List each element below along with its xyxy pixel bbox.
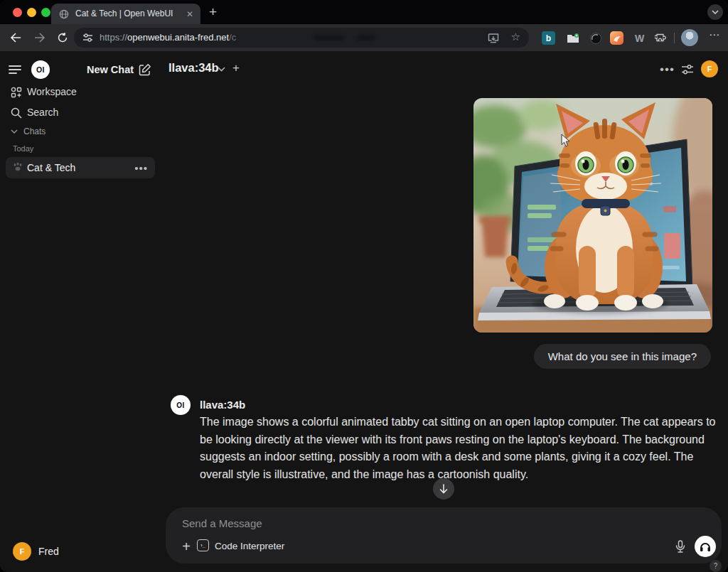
add-model-button[interactable]: + [232, 61, 240, 75]
extension-dark-circle-icon[interactable] [589, 31, 602, 45]
install-app-button[interactable] [486, 31, 500, 45]
new-chat-edit-button[interactable] [139, 63, 151, 79]
puzzle-icon [655, 32, 667, 44]
url-host: openwebui.anita-fred.net [127, 32, 229, 43]
sliders-icon [681, 64, 694, 75]
extension-bitwarden-icon[interactable]: b [542, 31, 555, 45]
workspace-label: Workspace [27, 86, 77, 97]
extensions-puzzle-button[interactable] [654, 31, 668, 45]
forward-button[interactable] [33, 31, 47, 45]
hamburger-icon [9, 65, 21, 75]
scroll-to-bottom-button[interactable] [433, 478, 454, 500]
chat-title: Cat & Tech [27, 157, 75, 178]
new-chat-button[interactable]: OI New Chat [31, 60, 156, 80]
chat-menu-button[interactable]: ••• [134, 162, 148, 174]
chevron-down-icon [712, 10, 719, 14]
tab-title: Cat & Tech | Open WebUI [75, 4, 173, 24]
url-redaction-blur [314, 35, 344, 41]
chat-list-item[interactable]: Cat & Tech ••• [6, 157, 155, 178]
chats-section-header[interactable]: Chats [0, 125, 161, 139]
toolbar-divider [674, 33, 675, 43]
sidebar-toggle-button[interactable] [9, 65, 21, 77]
openwebui-logo: OI [31, 60, 50, 79]
browser-tab[interactable]: Cat & Tech | Open WebUI ✕ [51, 4, 200, 24]
message-input[interactable] [181, 517, 681, 530]
browser-titlebar: Cat & Tech | Open WebUI ✕ + [0, 0, 728, 24]
header-user-avatar[interactable]: F [701, 60, 718, 77]
url-text: https://openwebui.anita-fred.net/c [100, 28, 236, 48]
voice-call-button[interactable] [695, 536, 716, 557]
arrow-down-icon [439, 484, 448, 494]
code-interpreter-label: Code Interpreter [215, 541, 284, 551]
headphones-icon [700, 541, 711, 552]
model-selector[interactable]: llava:34b [168, 61, 219, 75]
bookmark-star-icon[interactable]: ☆ [511, 31, 520, 43]
install-icon [488, 33, 499, 43]
back-button[interactable] [9, 31, 23, 45]
generated-cat-image[interactable] [473, 98, 712, 333]
user-name: Fred [38, 546, 59, 557]
macos-zoom-button[interactable] [41, 8, 50, 17]
assistant-name: llava:34b [200, 399, 245, 411]
macos-minimize-button[interactable] [27, 8, 36, 17]
chats-label: Chats [23, 126, 46, 136]
microphone-icon [675, 540, 685, 553]
sidebar-item-workspace[interactable]: Workspace [0, 83, 161, 102]
chat-more-button[interactable]: ••• [660, 63, 675, 77]
url-redaction-blur [357, 35, 375, 41]
tab-search-button[interactable] [707, 4, 723, 20]
reload-button[interactable] [55, 31, 70, 45]
browser-toolbar: https://openwebui.anita-fred.net/c ☆ b [0, 24, 728, 51]
user-avatar: F [13, 542, 31, 561]
assistant-message: The image shows a colorful animated tabb… [200, 414, 720, 483]
extension-folder-icon[interactable] [566, 31, 579, 45]
help-button[interactable]: ? [710, 560, 722, 572]
paw-icon [13, 163, 23, 172]
today-label: Today [13, 144, 33, 153]
cat-on-laptop-illustration [473, 98, 712, 333]
sidebar: OI New Chat Workspace [0, 51, 161, 572]
extension-wayback-icon[interactable]: W [633, 31, 646, 45]
folder-plus-icon [567, 33, 579, 43]
reload-icon [57, 32, 68, 43]
browser-window: Cat & Tech | Open WebUI ✕ + [0, 0, 728, 572]
mouse-cursor [561, 134, 570, 147]
url-bar[interactable]: https://openwebui.anita-fred.net/c ☆ [74, 28, 529, 48]
tab-favicon-globe-icon [59, 9, 69, 19]
swoosh-icon [613, 34, 621, 43]
back-arrow-icon [10, 33, 21, 43]
user-message-bubble: What do you see in this image? [534, 344, 711, 369]
browser-menu-button[interactable]: ⋮ [710, 30, 719, 41]
forward-arrow-icon [34, 33, 46, 43]
new-chat-label: New Chat [87, 64, 134, 75]
terminal-icon: ›_ [197, 539, 209, 551]
model-chevron-down-icon[interactable] [218, 67, 225, 72]
circle-arc-icon [589, 32, 602, 45]
search-icon [11, 107, 22, 119]
code-interpreter-toggle[interactable]: ›_ Code Interpreter [197, 537, 296, 556]
url-path: /c [229, 32, 236, 43]
sidebar-user-button[interactable]: F Fred [7, 539, 154, 564]
voice-input-button[interactable] [672, 538, 689, 555]
tab-close-icon[interactable]: ✕ [185, 9, 195, 19]
workspace-grid-icon [11, 87, 22, 98]
site-controls-icon [82, 33, 93, 43]
attach-button[interactable]: + [178, 537, 194, 556]
chat-controls-button[interactable] [681, 64, 694, 78]
extension-orange-icon[interactable] [610, 31, 623, 45]
macos-close-button[interactable] [13, 8, 22, 17]
openwebui-app: OI New Chat Workspace [0, 51, 728, 572]
search-label: Search [27, 107, 58, 118]
pencil-square-icon [139, 63, 151, 76]
sidebar-item-search[interactable]: Search [0, 104, 161, 122]
message-composer: + ›_ Code Interpreter [166, 507, 722, 563]
url-scheme: https:// [100, 32, 127, 43]
new-tab-button[interactable]: + [209, 5, 217, 19]
assistant-avatar: OI [171, 395, 191, 415]
chevron-down-icon [11, 129, 18, 134]
browser-profile-avatar[interactable] [681, 29, 698, 46]
